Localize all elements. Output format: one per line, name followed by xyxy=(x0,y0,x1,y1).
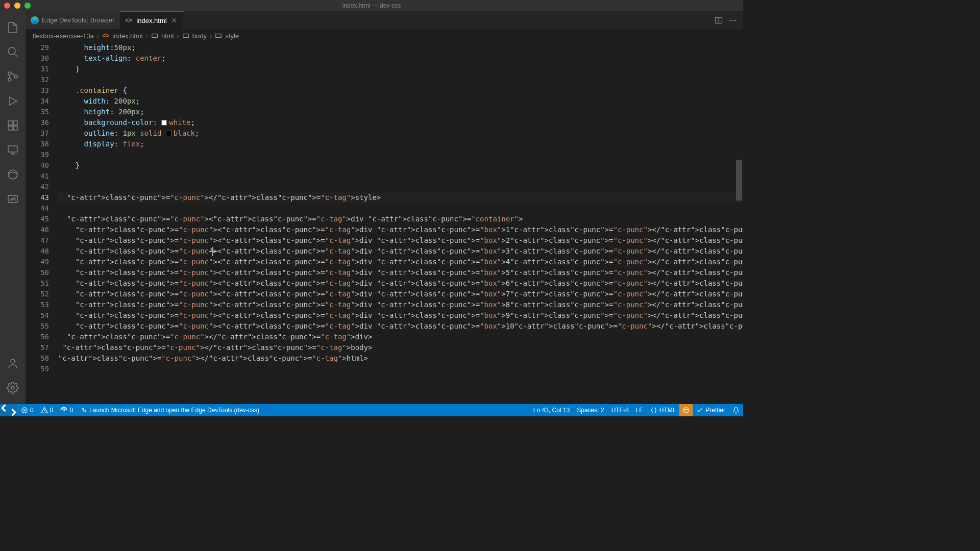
extensions-icon[interactable] xyxy=(0,113,26,138)
remote-explorer-icon[interactable] xyxy=(0,138,26,162)
window-controls xyxy=(4,3,31,9)
cursor-position[interactable]: Ln 43, Col 13 xyxy=(530,404,573,416)
breadcrumb-node[interactable]: style xyxy=(225,32,239,40)
svg-rect-17 xyxy=(152,34,158,38)
code-line[interactable]: text-align: center; xyxy=(58,53,743,64)
problems-errors[interactable]: 0 xyxy=(17,404,37,416)
line-number: 43 xyxy=(26,192,58,203)
chevron-right-icon: › xyxy=(146,32,148,40)
code-line[interactable]: .container { xyxy=(58,85,743,96)
source-control-icon[interactable] xyxy=(0,64,26,89)
remote-indicator[interactable] xyxy=(0,404,17,416)
html-file-icon: <> xyxy=(125,16,133,24)
breadcrumb-file[interactable]: index.html xyxy=(112,32,142,40)
line-number: 50 xyxy=(26,267,58,278)
maximize-window-button[interactable] xyxy=(24,3,31,9)
line-number: 39 xyxy=(26,149,58,160)
line-number: 30 xyxy=(26,53,58,64)
line-number: 35 xyxy=(26,107,58,117)
breadcrumb-node[interactable]: body xyxy=(192,32,207,40)
line-number: 37 xyxy=(26,128,58,139)
split-editor-icon[interactable] xyxy=(715,16,723,24)
code-line[interactable]: } xyxy=(58,160,743,171)
code-editor[interactable]: 2930313233343536373839404142434445464748… xyxy=(26,42,743,404)
line-number: 59 xyxy=(26,364,58,374)
code-line[interactable]: "c-attr">class"c-punc">="c-punc"></"c-at… xyxy=(58,342,743,353)
edge-devtools-icon[interactable] xyxy=(0,162,26,187)
activity-bar xyxy=(0,11,26,404)
close-window-button[interactable] xyxy=(4,3,10,9)
svg-rect-19 xyxy=(216,34,222,38)
line-number: 46 xyxy=(26,224,58,235)
encoding-status[interactable]: UTF-8 xyxy=(608,404,632,416)
code-line[interactable]: "c-attr">class"c-punc">="c-punc"><"c-att… xyxy=(58,257,743,267)
screenshot-icon[interactable] xyxy=(0,187,26,211)
launch-edge-button[interactable]: Launch Microsoft Edge and open the Edge … xyxy=(77,404,263,416)
more-actions-icon[interactable] xyxy=(729,16,737,24)
code-line[interactable]: "c-attr">class"c-punc">="c-punc"><"c-att… xyxy=(58,224,743,235)
search-icon[interactable] xyxy=(0,40,26,64)
minimize-window-button[interactable] xyxy=(14,3,20,9)
prettier-status[interactable]: Prettier xyxy=(693,404,729,416)
code-line[interactable]: "c-attr">class"c-punc">="c-punc"></"c-at… xyxy=(58,353,743,364)
language-mode[interactable]: HTML xyxy=(647,404,680,416)
svg-rect-5 xyxy=(8,126,12,130)
code-content[interactable]: height:50px; text-align: center; } .cont… xyxy=(58,42,743,374)
close-tab-icon[interactable] xyxy=(170,16,178,24)
code-line[interactable]: "c-attr">class"c-punc">="c-punc"><"c-att… xyxy=(58,289,743,299)
accounts-icon[interactable] xyxy=(0,351,26,375)
code-line[interactable]: "c-attr">class"c-punc">="c-punc"><"c-att… xyxy=(58,267,743,278)
code-line[interactable] xyxy=(58,74,743,85)
svg-point-12 xyxy=(11,386,14,389)
indentation-status[interactable]: Spaces: 2 xyxy=(573,404,607,416)
code-line[interactable]: "c-attr">class"c-punc">="c-punc"><"c-att… xyxy=(58,235,743,246)
code-line[interactable] xyxy=(58,364,743,374)
symbol-icon xyxy=(215,32,222,39)
breadcrumb-node[interactable]: html xyxy=(161,32,174,40)
code-line[interactable]: "c-attr">class"c-punc">="c-punc"></"c-at… xyxy=(58,332,743,342)
symbol-icon xyxy=(182,32,189,39)
svg-rect-7 xyxy=(13,121,17,125)
code-line[interactable] xyxy=(58,149,743,160)
code-line[interactable]: width: 200px; xyxy=(58,96,743,107)
code-line[interactable]: "c-attr">class"c-punc">="c-punc"><"c-att… xyxy=(58,299,743,310)
code-line[interactable] xyxy=(58,171,743,182)
tab-bar: Edge DevTools: Browser <> index.html xyxy=(26,11,743,29)
copilot-status[interactable] xyxy=(679,404,693,416)
code-line[interactable]: "c-attr">class"c-punc">="c-punc"><"c-att… xyxy=(58,310,743,321)
symbol-icon xyxy=(151,32,158,39)
tab-index-html[interactable]: <> index.html xyxy=(120,11,183,29)
scrollbar-thumb[interactable] xyxy=(736,160,742,201)
edge-icon xyxy=(31,16,39,24)
code-line[interactable]: "c-attr">class"c-punc">="c-punc"><"c-att… xyxy=(58,278,743,289)
code-line[interactable] xyxy=(58,203,743,214)
code-line[interactable]: "c-attr">class"c-punc">="c-punc"><"c-att… xyxy=(58,214,743,224)
code-line[interactable] xyxy=(58,182,743,192)
code-line[interactable]: "c-attr">class"c-punc">="c-punc"><"c-att… xyxy=(58,321,743,332)
notifications-icon[interactable] xyxy=(729,404,743,416)
code-line[interactable]: display: flex; xyxy=(58,139,743,149)
breadcrumb-folder[interactable]: flexbox-exercise-13a xyxy=(33,32,94,40)
code-line[interactable]: "c-attr">class"c-punc">="c-punc"></"c-at… xyxy=(58,192,743,203)
code-line[interactable]: } xyxy=(58,64,743,74)
eol-status[interactable]: LF xyxy=(632,404,647,416)
line-number: 45 xyxy=(26,214,58,224)
window-title: index.html — dev-css xyxy=(342,2,401,9)
html-file-icon: <> xyxy=(102,32,109,39)
line-number: 57 xyxy=(26,342,58,353)
svg-rect-10 xyxy=(8,195,17,203)
ports-status[interactable]: 0 xyxy=(57,404,77,416)
run-debug-icon[interactable] xyxy=(0,89,26,113)
code-line[interactable]: height: 200px; xyxy=(58,107,743,117)
tab-edge-devtools[interactable]: Edge DevTools: Browser xyxy=(26,11,120,29)
breadcrumb[interactable]: flexbox-exercise-13a › <> index.html › h… xyxy=(26,29,743,42)
code-line[interactable]: "c-attr">class"c-punc">="c-punc"><"c-att… xyxy=(58,246,743,257)
code-line[interactable]: background-color: white; xyxy=(58,117,743,128)
svg-rect-18 xyxy=(183,34,189,38)
code-line[interactable]: height:50px; xyxy=(58,42,743,53)
explorer-icon[interactable] xyxy=(0,15,26,40)
status-bar: 0 0 0 Launch Microsoft Edge and open the… xyxy=(0,404,743,416)
settings-gear-icon[interactable] xyxy=(0,375,26,400)
problems-warnings[interactable]: 0 xyxy=(37,404,57,416)
code-line[interactable]: outline: 1px solid black; xyxy=(58,128,743,139)
